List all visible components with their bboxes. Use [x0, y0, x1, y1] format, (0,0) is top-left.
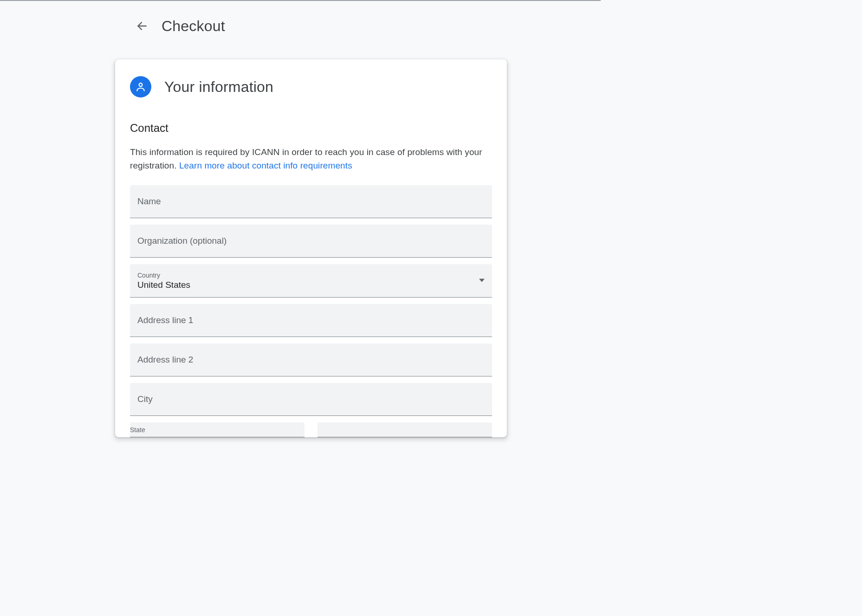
arrow-back-icon: [136, 20, 148, 32]
city-field[interactable]: [130, 383, 492, 416]
address2-input[interactable]: [130, 344, 492, 376]
country-select[interactable]: Country United States: [130, 264, 492, 298]
chevron-down-icon: [479, 277, 485, 285]
name-field[interactable]: [130, 185, 492, 218]
address1-input[interactable]: [130, 304, 492, 337]
address1-field[interactable]: [130, 304, 492, 337]
organization-input[interactable]: [130, 225, 492, 257]
state-label: State: [130, 422, 305, 434]
back-button[interactable]: [133, 17, 151, 35]
state-select[interactable]: State: [130, 422, 305, 437]
contact-subhead: Contact: [130, 122, 492, 135]
city-input[interactable]: [130, 383, 492, 415]
name-input[interactable]: [130, 185, 492, 218]
svg-point-1: [139, 83, 143, 86]
person-icon: [130, 76, 151, 97]
page-header: Checkout: [133, 1, 601, 35]
contact-description: This information is required by ICANN in…: [130, 146, 492, 172]
country-label: Country: [137, 272, 190, 279]
country-value: United States: [137, 280, 190, 290]
address2-field[interactable]: [130, 344, 492, 376]
checkout-card: Your information Contact This informatio…: [115, 59, 507, 437]
learn-more-link[interactable]: Learn more about contact info requiremen…: [179, 161, 352, 170]
page-title: Checkout: [162, 18, 225, 35]
section-title: Your information: [164, 78, 273, 96]
organization-field[interactable]: [130, 225, 492, 258]
zip-field[interactable]: [318, 422, 492, 437]
